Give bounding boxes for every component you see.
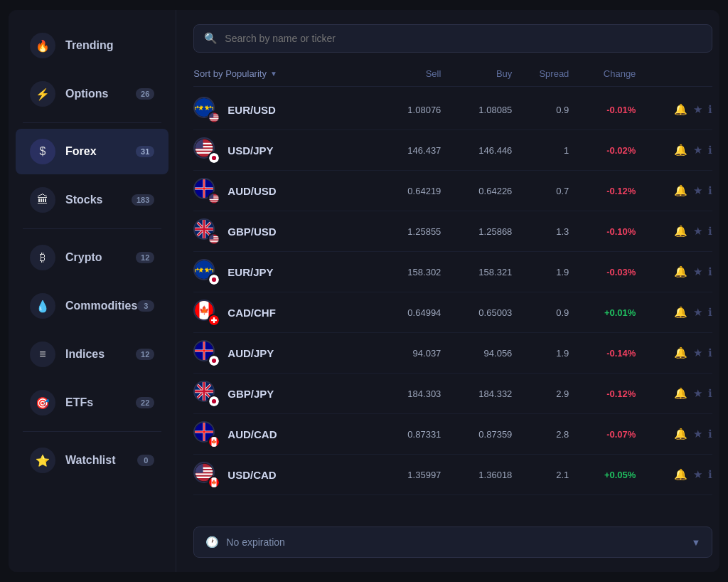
info-icon[interactable]: ℹ [708,184,712,197]
info-icon[interactable]: ℹ [708,387,712,400]
star-icon[interactable]: ★ [693,428,702,440]
sidebar-item-commodities[interactable]: 💧Commodities3 [16,283,168,329]
bell-icon[interactable]: 🔔 [674,103,687,116]
spread-value: 0.9 [520,105,577,115]
buy-header: Buy [449,68,520,79]
bell-icon[interactable]: 🔔 [674,144,687,157]
sidebar-label-trending: Trending [65,39,154,52]
star-icon[interactable]: ★ [693,144,702,157]
sidebar-item-etfs[interactable]: 🎯ETFs22 [16,380,168,425]
pair-name-USD/CAD: USD/CAD [228,469,276,481]
bell-icon[interactable]: 🔔 [674,468,687,481]
svg-text:🍁: 🍁 [211,480,217,485]
sidebar-item-trending[interactable]: 🔥Trending [16,23,168,68]
svg-point-64 [212,359,216,363]
star-icon[interactable]: ★ [693,468,702,481]
sell-value: 0.64994 [378,307,449,318]
table-row[interactable]: 🍁USD/CAD1.359971.360182.1+0.05%🔔★ℹ [193,455,712,495]
info-icon[interactable]: ℹ [708,428,712,440]
table-row[interactable]: ★★★★★★★★★★★★✦✦✦✦✦✦✦✦✦✦✦✦EUR/USD1.080761.… [193,90,712,130]
pair-cell-CAD/CHF: 🍁CAD/CHF [193,300,378,325]
bell-icon[interactable]: 🔔 [674,265,687,278]
spread-value: 1.9 [520,267,577,277]
table-row[interactable]: GBP/USD1.258551.258681.3-0.10%🔔★ℹ [193,211,712,252]
sort-label: Sort by Popularity [193,68,267,79]
change-header: Change [577,68,641,79]
table-row[interactable]: 🍁AUD/CAD0.873310.873592.8-0.07%🔔★ℹ [193,414,712,455]
flag-EUR/USD: ★★★★★★★★★★★★✦✦✦✦✦✦✦✦✦✦✦✦ [193,97,219,122]
sidebar-item-watchlist[interactable]: ⭐Watchlist0 [16,438,168,483]
svg-rect-57 [211,319,217,321]
sidebar-item-indices[interactable]: ≡Indices12 [16,332,168,377]
search-icon: 🔍 [204,32,218,45]
info-icon[interactable]: ℹ [708,346,712,359]
bell-icon[interactable]: 🔔 [674,346,687,359]
change-value: -0.07% [577,429,641,440]
sidebar-badge-stocks: 183 [132,194,154,206]
sell-value: 94.037 [378,348,449,359]
bell-icon[interactable]: 🔔 [674,184,687,197]
table-row[interactable]: AUD/JPY94.03794.0561.9-0.14%🔔★ℹ [193,333,712,374]
sort-button[interactable]: Sort by Popularity ▼ [193,68,277,79]
indices-icon: ≡ [30,342,55,367]
buy-value: 0.64226 [449,186,520,196]
info-icon[interactable]: ℹ [708,225,712,238]
star-icon[interactable]: ★ [693,103,702,116]
sidebar-item-stocks[interactable]: 🏛Stocks183 [16,177,168,223]
sell-value: 1.08076 [378,105,449,115]
star-icon[interactable]: ★ [693,306,702,319]
spread-value: 0.7 [520,186,577,196]
bell-icon[interactable]: 🔔 [674,387,687,400]
action-icons: 🔔★ℹ [641,144,712,157]
footer-bar[interactable]: 🕐 No expiration ▼ [193,527,712,558]
action-icons: 🔔★ℹ [641,103,712,116]
sell-header: Sell [378,68,449,79]
sidebar-label-indices: Indices [65,348,136,361]
change-value: -0.01% [577,105,641,115]
chevron-down-icon: ▼ [691,537,700,548]
svg-point-18 [212,156,216,160]
spread-value: 1 [520,145,577,156]
crypto-icon: ₿ [30,245,55,270]
sidebar-item-options[interactable]: ⚡Options26 [16,71,168,117]
table-row[interactable]: 🍁CAD/CHF0.649940.650030.9+0.01%🔔★ℹ [193,292,712,333]
pair-cell-AUD/USD: AUD/USD [193,178,378,203]
search-bar[interactable]: 🔍 [193,24,712,53]
sidebar-item-crypto[interactable]: ₿Crypto12 [16,235,168,280]
sidebar-label-etfs: ETFs [65,396,136,409]
search-input[interactable] [225,33,702,44]
sidebar-label-options: Options [65,88,136,100]
pair-name-AUD/CAD: AUD/CAD [228,428,277,440]
no-expiration-label: No expiration [226,536,691,548]
svg-rect-27 [209,199,219,200]
forex-icon: $ [30,139,55,164]
sidebar-item-forex[interactable]: $Forex31 [16,129,168,174]
sidebar-divider [23,122,161,123]
bell-icon[interactable]: 🔔 [674,225,687,238]
bell-icon[interactable]: 🔔 [674,428,687,440]
table-row[interactable]: GBP/JPY184.303184.3322.9-0.12%🔔★ℹ [193,374,712,414]
flag-AUD/USD [193,178,219,203]
buy-value: 158.321 [449,267,520,277]
table-row[interactable]: AUD/USD0.642190.642260.7-0.12%🔔★ℹ [193,171,712,211]
table-row[interactable]: USD/JPY146.437146.4461-0.02%🔔★ℹ [193,130,712,171]
info-icon[interactable]: ℹ [708,144,712,157]
info-icon[interactable]: ℹ [708,468,712,481]
sell-value: 158.302 [378,267,449,277]
buy-value: 1.08085 [449,105,520,115]
bell-icon[interactable]: 🔔 [674,306,687,319]
star-icon[interactable]: ★ [693,387,702,400]
star-icon[interactable]: ★ [693,265,702,278]
info-icon[interactable]: ℹ [708,265,712,278]
star-icon[interactable]: ★ [693,346,702,359]
flag-USD/JPY [193,137,219,163]
info-icon[interactable]: ℹ [708,306,712,319]
sidebar-label-watchlist: Watchlist [65,454,137,467]
action-icons: 🔔★ℹ [641,346,712,359]
star-icon[interactable]: ★ [693,184,702,197]
star-icon[interactable]: ★ [693,225,702,238]
table-row[interactable]: ★★★★★★★★★★★★✦✦✦✦✦✦✦✦✦✦✦✦EUR/JPY158.30215… [193,252,712,292]
sidebar-badge-watchlist: 0 [137,455,154,466]
sell-value: 0.64219 [378,186,449,196]
info-icon[interactable]: ℹ [708,103,712,116]
